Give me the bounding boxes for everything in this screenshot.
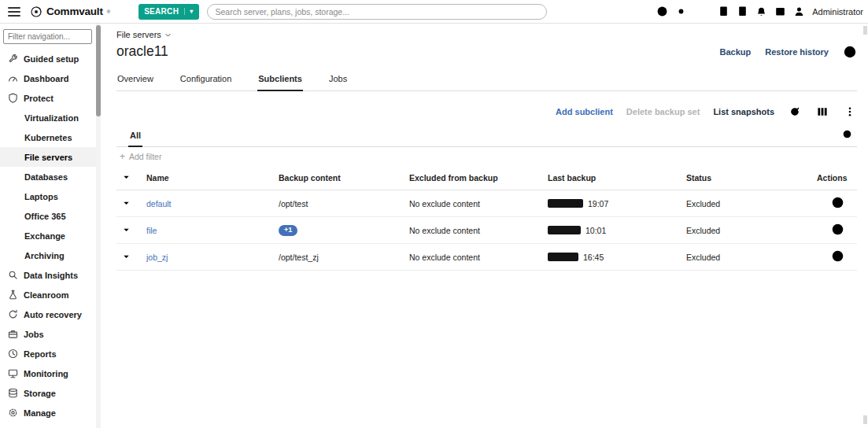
sidebar-item-file-servers[interactable]: File servers — [0, 147, 101, 167]
restore-history-button[interactable]: Restore history — [765, 47, 829, 57]
sidebar-item-dashboard[interactable]: Dashboard — [0, 68, 101, 88]
document-icon[interactable] — [716, 5, 730, 19]
row-actions-ellipsis-icon[interactable] — [831, 223, 844, 236]
sidebar-item-storage[interactable]: Storage — [0, 383, 101, 403]
excluded-from-backup-cell: No exclude content — [409, 217, 548, 244]
tab-overview[interactable]: Overview — [116, 71, 154, 90]
sidebar-item-monitoring[interactable]: Monitoring — [0, 363, 101, 383]
sidebar-item-label: Office 365 — [24, 212, 66, 221]
backup-button[interactable]: Backup — [720, 47, 752, 57]
sidebar-item-exchange[interactable]: Exchange — [0, 226, 101, 245]
status-cell: Excluded — [686, 244, 817, 271]
more-actions-icon[interactable] — [843, 45, 857, 59]
plus-icon: + — [120, 152, 125, 161]
sidebar-item-laptops[interactable]: Laptops — [0, 186, 101, 206]
sidebar-item-label: Guided setup — [24, 54, 79, 64]
commvault-logo-icon — [30, 6, 42, 18]
sidebar-item-guided-setup[interactable]: Guided setup — [0, 49, 101, 68]
add-filter-button[interactable]: + Add filter — [116, 147, 857, 165]
row-expand-chevron-icon[interactable] — [120, 197, 132, 209]
column-header-backup-content[interactable]: Backup content — [279, 165, 409, 190]
sidebar-item-label: File servers — [24, 153, 72, 162]
column-header-status[interactable]: Status — [686, 165, 817, 190]
bell-icon[interactable] — [754, 5, 768, 19]
global-search-input[interactable] — [207, 4, 547, 20]
table-row: default /opt/test No exclude content 19:… — [116, 190, 857, 217]
tab-subclients[interactable]: Subclients — [257, 71, 303, 90]
table-header-row: Name Backup content Excluded from backup… — [116, 165, 857, 190]
sidebar-item-protect[interactable]: Protect — [0, 88, 101, 108]
chart-doc-icon[interactable] — [735, 5, 749, 19]
guided-setup-icon — [7, 54, 18, 64]
sidebar-item-office-365[interactable]: Office 365 — [0, 206, 101, 226]
grid-settings-gear-icon[interactable] — [841, 128, 855, 142]
row-actions-ellipsis-icon[interactable] — [831, 196, 844, 209]
sidebar-nav: Guided setup Dashboard Protect Virtualiz… — [0, 49, 101, 422]
sidebar-item-auto-recovery[interactable]: Auto recovery — [0, 304, 101, 324]
search-button-label: SEARCH — [144, 7, 179, 16]
reports-clock-icon — [7, 349, 18, 359]
subclients-table: Name Backup content Excluded from backup… — [116, 165, 857, 271]
page-actions: Backup Restore history — [720, 45, 857, 59]
page-scrollbar-bottom[interactable] — [863, 415, 867, 424]
sidebar-item-label: Monitoring — [24, 369, 68, 378]
tab-configuration[interactable]: Configuration — [179, 71, 232, 90]
breadcrumb-label: File servers — [116, 30, 161, 39]
monitoring-screen-icon — [7, 368, 18, 378]
sidebar-item-cleanroom[interactable]: Cleanroom — [0, 285, 101, 304]
view-tab-all[interactable]: All — [128, 131, 142, 146]
calendar-icon[interactable] — [773, 5, 787, 19]
sidebar-scrollbar-thumb[interactable] — [96, 25, 101, 116]
help-icon[interactable]: ? — [655, 5, 669, 19]
sidebar-item-label: Storage — [24, 389, 56, 398]
list-snapshots-button[interactable]: List snapshots — [713, 107, 774, 116]
logged-in-user[interactable]: Administrator — [812, 7, 863, 17]
row-actions-ellipsis-icon[interactable] — [831, 249, 844, 263]
add-subclient-button[interactable]: Add subclient — [556, 107, 613, 116]
auto-recovery-icon — [7, 309, 18, 319]
hamburger-menu-icon[interactable] — [6, 4, 22, 20]
header-actions: ? Administrator — [655, 5, 863, 19]
status-cell: Excluded — [686, 217, 817, 244]
last-backup-cell: 19:07 — [548, 190, 686, 217]
sidebar-item-label: Exchange — [24, 231, 65, 241]
subclient-name-link[interactable]: default — [146, 199, 172, 208]
search-button[interactable]: SEARCH ▾ — [139, 4, 198, 20]
sidebar-item-databases[interactable]: Databases — [0, 167, 101, 186]
sidebar-item-kubernetes[interactable]: Kubernetes — [0, 127, 101, 147]
sidebar-item-label: Data Insights — [24, 271, 78, 280]
content-count-badge[interactable]: +1 — [279, 225, 297, 236]
storage-database-icon — [7, 388, 18, 398]
row-expand-chevron-icon[interactable] — [120, 251, 132, 263]
page-title: oracle11 — [116, 43, 168, 60]
sidebar-item-manage[interactable]: Manage — [0, 403, 101, 422]
sidebar-item-reports[interactable]: Reports — [0, 344, 101, 363]
expand-all-chevron-icon[interactable] — [120, 172, 132, 183]
page-scrollbar-top[interactable] — [863, 26, 867, 35]
subclient-name-link[interactable]: file — [146, 226, 157, 235]
last-backup-time: 16:45 — [583, 253, 604, 262]
sidebar-item-virtualization[interactable]: Virtualization — [0, 108, 101, 127]
subclient-name-link[interactable]: job_zj — [146, 253, 168, 262]
delete-backup-set-button: Delete backup set — [626, 107, 700, 116]
columns-icon[interactable] — [815, 105, 829, 119]
cleanroom-flask-icon — [7, 290, 18, 300]
last-backup-cell: 10:01 — [548, 217, 686, 244]
kebab-menu-icon[interactable] — [843, 105, 857, 119]
user-icon[interactable] — [792, 5, 806, 19]
column-header-excluded-from-backup[interactable]: Excluded from backup — [409, 165, 548, 190]
svg-text:?: ? — [660, 7, 664, 15]
sidebar-item-archiving[interactable]: Archiving — [0, 245, 101, 265]
bar-chart-icon[interactable] — [697, 5, 711, 19]
filter-navigation-input[interactable] — [3, 29, 92, 44]
row-expand-chevron-icon[interactable] — [120, 224, 132, 236]
sidebar-item-jobs[interactable]: Jobs — [0, 324, 101, 344]
breadcrumb[interactable]: File servers — [116, 30, 857, 39]
column-header-name[interactable]: Name — [146, 165, 279, 190]
sidebar-item-data-insights[interactable]: Data Insights — [0, 265, 101, 285]
column-header-last-backup[interactable]: Last backup — [548, 165, 686, 190]
theme-toggle-icon[interactable] — [674, 5, 688, 19]
sidebar: Guided setup Dashboard Protect Virtualiz… — [0, 24, 101, 428]
refresh-icon[interactable] — [788, 105, 802, 119]
tab-jobs[interactable]: Jobs — [328, 71, 348, 90]
